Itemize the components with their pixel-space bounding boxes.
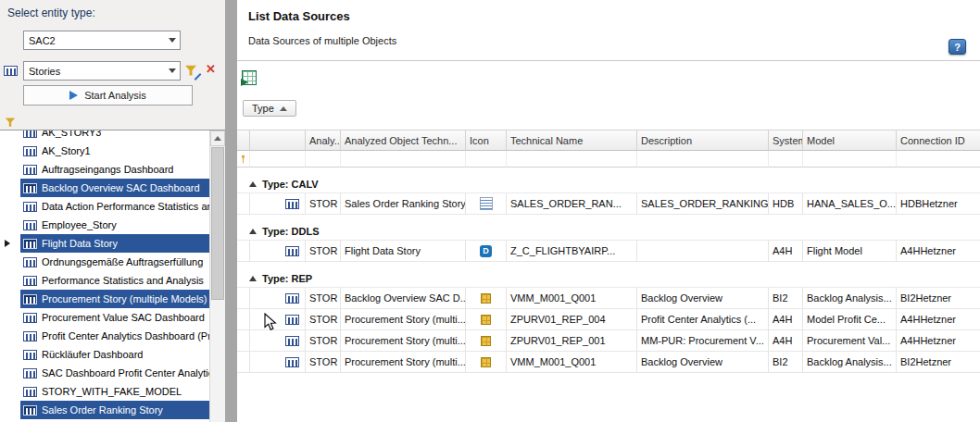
story-list-item[interactable]: Procurement Value SAC Dashboard (0, 308, 209, 327)
column-header-indicator[interactable] (237, 130, 250, 151)
story-label: Employee_Story (42, 219, 117, 230)
cell-indicator (237, 309, 250, 330)
story-list-item[interactable]: Flight Data Story (0, 234, 209, 253)
story-list-item[interactable]: AK_STORY3 (0, 130, 209, 142)
filter-cell-connection-id[interactable] (897, 151, 980, 168)
story-list-item[interactable]: STORY_WITH_FAKE_MODEL (0, 382, 209, 401)
filter-cell-technical-name[interactable] (507, 151, 637, 168)
story-label: AK_Story1 (42, 145, 91, 156)
cell-description: SALES_ORDER_RANKING (637, 193, 769, 215)
story-label: Backlog Overview SAC Dashboard (42, 182, 200, 193)
story-list-item[interactable]: Rückläufer Dashboard (0, 345, 209, 364)
story-icon (23, 313, 37, 323)
column-header-technical-name[interactable]: Technical Name (507, 130, 637, 151)
list-scrollbar[interactable] (209, 130, 225, 422)
panel-splitter[interactable] (225, 0, 237, 422)
story-list-item[interactable]: Sales Order Ranking Story (0, 401, 209, 419)
column-header-analyzed[interactable]: Analy... (306, 130, 341, 151)
cell-analyzed: STOR (306, 352, 341, 373)
cell-system: A4H (769, 241, 803, 262)
story-icon (23, 220, 37, 230)
story-list-item[interactable]: Backlog Overview SAC Dashboard (0, 179, 209, 197)
story-list-item[interactable]: Procurement Story (multiple Models) (0, 290, 209, 308)
story-list-item[interactable]: Profit Center Analytics Dashboard (Pr (0, 327, 209, 345)
help-button[interactable]: ? (949, 39, 966, 55)
current-row-arrow (5, 240, 10, 247)
filter-cell-model[interactable] (803, 151, 897, 168)
group-by-panel: Type (237, 94, 980, 126)
cell-analyzed: STOR (306, 330, 341, 352)
group-header[interactable]: Type: REP (237, 269, 980, 288)
column-header-model[interactable]: Model (803, 130, 897, 151)
filter-cell-indicator[interactable] (237, 151, 250, 168)
filter-cell-object-icon[interactable] (250, 151, 306, 168)
story-list-item[interactable]: Auftragseingangs Dashboard (0, 160, 209, 179)
filter-cell-object-name[interactable] (341, 151, 466, 168)
story-row-body: Ordnungsgemäße Auftragserfüllung (20, 253, 209, 271)
cell-object-name: Procurement Story (multi... (341, 352, 466, 373)
clear-filter-icon[interactable]: ✕ (206, 62, 216, 76)
cell-object-name: Sales Order Ranking Story (341, 193, 466, 215)
group-header[interactable]: Type: CALV (237, 175, 980, 193)
story-icon (285, 315, 299, 325)
cell-object-icon (250, 241, 306, 262)
column-header-object-icon[interactable] (250, 130, 306, 151)
cell-model: Backlog Analysis... (803, 352, 897, 373)
start-analysis-label: Start Analysis (84, 90, 146, 101)
group-expand-icon (249, 276, 257, 281)
table-filter-row (237, 151, 980, 168)
story-row-body: AK_Story1 (20, 142, 209, 160)
story-icon (23, 165, 37, 175)
story-list-item[interactable]: AK_Story1 (0, 142, 209, 160)
table-row[interactable]: STORFlight Data StoryDZ_C_FLIGHTBYAIRP..… (237, 241, 980, 262)
row-indicator (0, 234, 20, 253)
table-row[interactable]: STORProcurement Story (multi...ZPURV01_R… (237, 309, 980, 330)
group-label: Type: REP (262, 273, 312, 284)
column-header-object-name[interactable]: Analyzed Object Techn... (341, 130, 466, 151)
story-list-item[interactable]: Ordnungsgemäße Auftragserfüllung (0, 253, 209, 271)
story-icon (23, 183, 37, 193)
table-row[interactable]: STORSales Order Ranking StorySALES_ORDER… (237, 193, 980, 215)
story-list-item[interactable]: SAC Dashboard Profit Center Analytic (0, 364, 209, 382)
story-list-item[interactable]: Data Action Performance Statistics an (0, 197, 209, 216)
group-chip-type[interactable]: Type (243, 100, 296, 117)
story-list-item[interactable]: Employee_Story (0, 216, 209, 234)
story-row-body: Sales Order Ranking Story (20, 401, 209, 419)
story-label: Ordnungsgemäße Auftragserfüllung (42, 256, 203, 267)
cell-object-icon (250, 352, 306, 373)
filter-cell-description[interactable] (637, 151, 769, 168)
story-label: AK_STORY3 (42, 130, 101, 138)
chevron-down-icon[interactable] (164, 62, 180, 80)
entity-type-combo[interactable]: SAC2 (23, 31, 181, 50)
filter-edit-icon[interactable] (185, 65, 201, 79)
object-type-combo[interactable]: Stories (23, 61, 181, 81)
cell-indicator (237, 352, 250, 373)
app-window: Select entity type: SAC2 Stories ✕ Start… (0, 0, 980, 422)
scroll-up-button[interactable] (210, 130, 225, 146)
chevron-down-icon[interactable] (164, 31, 180, 49)
list-filter-icon[interactable] (6, 118, 15, 127)
filter-cell-analyzed[interactable] (306, 151, 341, 168)
column-header-icon[interactable]: Icon (466, 130, 507, 151)
table-row[interactable]: STORProcurement Story (multi...VMM_M001_… (237, 352, 980, 373)
row-indicator (0, 271, 20, 290)
cell-system: BI2 (769, 288, 803, 309)
column-header-connection-id[interactable]: Connection ID (897, 130, 980, 151)
export-excel-icon[interactable] (242, 70, 257, 85)
cell-description: Backlog Overview (637, 352, 769, 373)
scrollbar-thumb[interactable] (211, 147, 224, 300)
filter-funnel-icon (242, 155, 245, 164)
story-list-item[interactable]: Performance Statistics and Analysis (0, 271, 209, 290)
sort-ascending-icon (280, 106, 287, 111)
story-icon (285, 246, 299, 256)
filter-cell-system[interactable] (769, 151, 803, 168)
table-row[interactable]: STORBacklog Overview SAC D...VMM_M001_Q0… (237, 288, 980, 309)
column-header-system[interactable]: System (769, 130, 803, 151)
group-header[interactable]: Type: DDLS (237, 222, 980, 241)
table-row[interactable]: STORProcurement Story (multi...ZPURV01_R… (237, 330, 980, 352)
start-analysis-button[interactable]: Start Analysis (23, 85, 193, 106)
cell-connection-id: A4HHetzner (897, 309, 980, 330)
filter-cell-icon[interactable] (466, 151, 507, 168)
cell-description: MM-PUR: Procurement V... (637, 330, 769, 352)
column-header-description[interactable]: Description (637, 130, 769, 151)
